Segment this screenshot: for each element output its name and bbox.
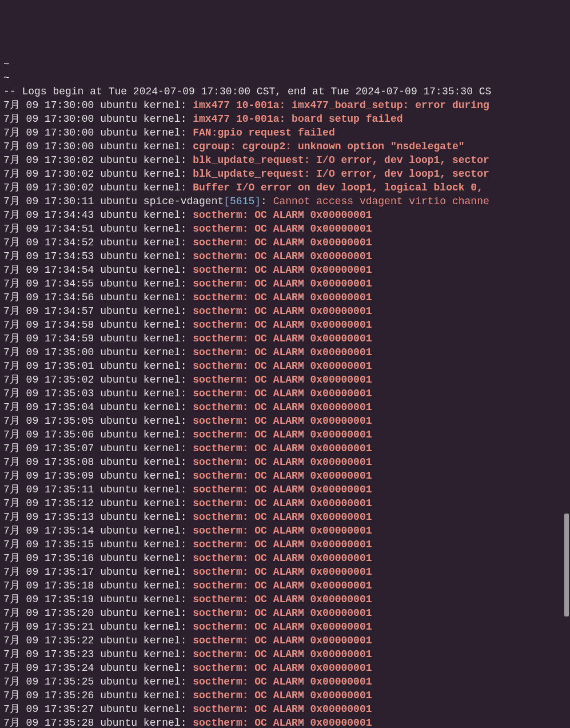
log-line: 7月 09 17:35:01 ubuntu kernel: soctherm: … [3,359,567,373]
log-prefix: 7月 09 17:35:28 ubuntu kernel: [3,717,193,728]
log-line: 7月 09 17:35:14 ubuntu kernel: soctherm: … [3,524,567,538]
log-prefix: 7月 09 17:30:02 ubuntu kernel: [3,154,193,166]
log-message: soctherm: OC ALARM 0x00000001 [193,470,372,482]
log-prefix: 7月 09 17:35:09 ubuntu kernel: [3,470,193,482]
log-line: 7月 09 17:35:25 ubuntu kernel: soctherm: … [3,675,567,689]
log-line: 7月 09 17:35:02 ubuntu kernel: soctherm: … [3,373,567,387]
log-message: soctherm: OC ALARM 0x00000001 [193,498,372,509]
empty-line-tilde: ~ [3,71,567,85]
log-message: imx477 10-001a: imx477_board_setup: erro… [193,100,489,111]
log-line: 7月 09 17:35:16 ubuntu kernel: soctherm: … [3,551,567,565]
log-message: blk_update_request: I/O error, dev loop1… [193,168,489,180]
log-message: soctherm: OC ALARM 0x00000001 [193,278,372,289]
log-line: 7月 09 17:30:02 ubuntu kernel: Buffer I/O… [3,181,567,194]
log-prefix: 7月 09 17:34:43 ubuntu kernel: [3,209,193,221]
log-line: 7月 09 17:34:58 ubuntu kernel: soctherm: … [3,318,567,332]
log-line: 7月 09 17:30:00 ubuntu kernel: cgroup: cg… [3,140,567,153]
log-line: 7月 09 17:35:21 ubuntu kernel: soctherm: … [3,620,567,634]
log-message: soctherm: OC ALARM 0x00000001 [193,594,372,605]
log-prefix: 7月 09 17:35:18 ubuntu kernel: [3,580,193,591]
log-prefix: 7月 09 17:35:27 ubuntu kernel: [3,703,193,715]
log-prefix: 7月 09 17:34:55 ubuntu kernel: [3,278,193,289]
log-prefix: 7月 09 17:35:12 ubuntu kernel: [3,498,193,509]
log-message: soctherm: OC ALARM 0x00000001 [193,250,372,262]
log-prefix: 7月 09 17:34:54 ubuntu kernel: [3,264,193,276]
log-prefix: 7月 09 17:35:05 ubuntu kernel: [3,415,193,427]
log-prefix: 7月 09 17:35:14 ubuntu kernel: [3,525,193,536]
log-prefix: 7月 09 17:35:11 ubuntu kernel: [3,484,193,495]
log-line: 7月 09 17:30:02 ubuntu kernel: blk_update… [3,153,567,167]
log-line: 7月 09 17:35:24 ubuntu kernel: soctherm: … [3,661,567,675]
log-message: soctherm: OC ALARM 0x00000001 [193,525,372,536]
log-line: 7月 09 17:34:43 ubuntu kernel: soctherm: … [3,208,567,222]
log-message: soctherm: OC ALARM 0x00000001 [193,388,372,399]
log-message: cgroup: cgroup2: unknown option "nsdeleg… [193,141,464,152]
log-prefix: 7月 09 17:35:07 ubuntu kernel: [3,443,193,454]
log-line: 7月 09 17:34:56 ubuntu kernel: soctherm: … [3,291,567,304]
log-message: soctherm: OC ALARM 0x00000001 [193,511,372,523]
log-message: soctherm: OC ALARM 0x00000001 [193,717,372,728]
log-prefix: 7月 09 17:35:01 ubuntu kernel: [3,360,193,372]
log-message: soctherm: OC ALARM 0x00000001 [193,566,372,578]
log-prefix: 7月 09 17:35:22 ubuntu kernel: [3,635,193,646]
log-message: soctherm: OC ALARM 0x00000001 [193,621,372,632]
log-line: 7月 09 17:30:00 ubuntu kernel: imx477 10-… [3,98,567,112]
log-message: soctherm: OC ALARM 0x00000001 [193,484,372,495]
log-line: 7月 09 17:34:52 ubuntu kernel: soctherm: … [3,236,567,249]
log-prefix-colon: : [261,196,273,207]
log-message: soctherm: OC ALARM 0x00000001 [193,374,372,385]
log-message: soctherm: OC ALARM 0x00000001 [193,703,372,715]
log-line: 7月 09 17:35:19 ubuntu kernel: soctherm: … [3,592,567,606]
log-line: 7月 09 17:30:00 ubuntu kernel: imx477 10-… [3,112,567,126]
log-line: 7月 09 17:34:55 ubuntu kernel: soctherm: … [3,277,567,291]
log-line: 7月 09 17:30:02 ubuntu kernel: blk_update… [3,167,567,181]
log-prefix: 7月 09 17:35:04 ubuntu kernel: [3,401,193,413]
log-line: 7月 09 17:30:00 ubuntu kernel: FAN:gpio r… [3,126,567,140]
tilde-char: ~ [3,58,10,70]
scrollbar-thumb[interactable] [564,514,569,616]
log-message: soctherm: OC ALARM 0x00000001 [193,223,372,234]
log-message: soctherm: OC ALARM 0x00000001 [193,347,372,358]
log-prefix: 7月 09 17:35:23 ubuntu kernel: [3,649,193,660]
log-prefix: 7月 09 17:35:25 ubuntu kernel: [3,676,193,687]
log-message: soctherm: OC ALARM 0x00000001 [193,539,372,550]
log-prefix: 7月 09 17:34:52 ubuntu kernel: [3,237,193,248]
log-line: 7月 09 17:35:07 ubuntu kernel: soctherm: … [3,441,567,455]
log-message: soctherm: OC ALARM 0x00000001 [193,401,372,413]
log-prefix: 7月 09 17:35:16 ubuntu kernel: [3,552,193,564]
log-message: soctherm: OC ALARM 0x00000001 [193,662,372,674]
log-line: 7月 09 17:35:22 ubuntu kernel: soctherm: … [3,634,567,647]
log-message: soctherm: OC ALARM 0x00000001 [193,443,372,454]
log-prefix: 7月 09 17:34:51 ubuntu kernel: [3,223,193,234]
log-prefix: 7月 09 17:30:02 ubuntu kernel: [3,168,193,180]
log-message: blk_update_request: I/O error, dev loop1… [193,154,489,166]
log-message: soctherm: OC ALARM 0x00000001 [193,580,372,591]
log-prefix: 7月 09 17:30:02 ubuntu kernel: [3,182,193,193]
log-message: soctherm: OC ALARM 0x00000001 [193,209,372,221]
log-line: 7月 09 17:35:00 ubuntu kernel: soctherm: … [3,345,567,359]
log-prefix: 7月 09 17:30:00 ubuntu kernel: [3,127,193,138]
log-line: 7月 09 17:34:54 ubuntu kernel: soctherm: … [3,263,567,277]
log-prefix: 7月 09 17:34:56 ubuntu kernel: [3,292,193,303]
log-message: FAN:gpio request failed [193,127,334,138]
log-line: 7月 09 17:30:11 ubuntu spice-vdagent[5615… [3,194,567,208]
log-prefix: 7月 09 17:35:00 ubuntu kernel: [3,347,193,358]
log-prefix: 7月 09 17:30:00 ubuntu kernel: [3,113,193,125]
log-message: soctherm: OC ALARM 0x00000001 [193,305,372,317]
log-line: 7月 09 17:34:53 ubuntu kernel: soctherm: … [3,249,567,263]
log-line: 7月 09 17:35:15 ubuntu kernel: soctherm: … [3,538,567,551]
log-prefix: 7月 09 17:35:15 ubuntu kernel: [3,539,193,550]
log-message: soctherm: OC ALARM 0x00000001 [193,333,372,344]
log-prefix: 7月 09 17:35:21 ubuntu kernel: [3,621,193,632]
terminal-output[interactable]: ~~-- Logs begin at Tue 2024-07-09 17:30:… [3,57,567,728]
log-line: 7月 09 17:35:06 ubuntu kernel: soctherm: … [3,428,567,441]
log-prefix: 7月 09 17:34:59 ubuntu kernel: [3,333,193,344]
log-message: soctherm: OC ALARM 0x00000001 [193,690,372,701]
log-prefix: 7月 09 17:35:03 ubuntu kernel: [3,388,193,399]
log-message: soctherm: OC ALARM 0x00000001 [193,429,372,440]
tilde-char: ~ [3,72,10,83]
log-prefix: 7月 09 17:30:00 ubuntu kernel: [3,141,193,152]
log-line: 7月 09 17:35:20 ubuntu kernel: soctherm: … [3,606,567,620]
process-pid: [5615] [224,196,261,207]
log-message: soctherm: OC ALARM 0x00000001 [193,264,372,276]
